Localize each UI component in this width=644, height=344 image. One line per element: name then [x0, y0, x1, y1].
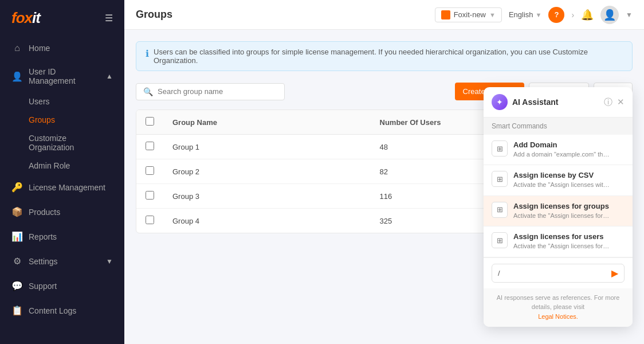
sidebar-item-settings[interactable]: ⚙ Settings ▼ [0, 249, 124, 273]
command-title: Add Domain [513, 140, 625, 149]
row-checkbox-cell [136, 159, 163, 184]
support-icon: 💬 [11, 280, 23, 291]
chevron-down-icon: ▼ [106, 257, 113, 265]
sidebar-item-content-logs[interactable]: 📋 Content Logs [0, 298, 124, 323]
foxit-new-button[interactable]: Foxit-new ▼ [435, 7, 502, 22]
command-item-assign-license-csv[interactable]: ⊞ Assign license by CSV Activate the "As… [484, 165, 633, 196]
row-group-name: Group 4 [163, 209, 371, 233]
ai-input-row: ▶ [492, 264, 625, 283]
license-icon: 🔑 [11, 182, 23, 193]
sidebar-nav: ⌂ Home 👤 User ID Management ▲ Users Grou… [0, 36, 124, 344]
sidebar-item-groups[interactable]: Groups [29, 111, 124, 129]
hamburger-icon[interactable]: ☰ [105, 13, 113, 24]
row-checkbox-3[interactable] [146, 216, 154, 224]
command-icon: ⊞ [497, 205, 503, 214]
row-checkbox-0[interactable] [146, 142, 154, 150]
sidebar-item-user-id-management[interactable]: 👤 User ID Management ▲ [0, 60, 124, 92]
sidebar-item-support[interactable]: 💬 Support [0, 273, 124, 298]
sidebar-item-products[interactable]: 📦 Products [0, 200, 124, 224]
main: Groups Foxit-new ▼ English ▼ ? › 🔔 👤 ▼ ℹ… [124, 0, 644, 344]
avatar-chevron-down-icon[interactable]: ▼ [626, 11, 633, 19]
sidebar-item-reports[interactable]: 📊 Reports [0, 224, 124, 249]
ai-send-icon[interactable]: ▶ [611, 268, 618, 279]
avatar[interactable]: 👤 [600, 6, 619, 24]
table-header-checkbox [136, 110, 163, 135]
command-icon-wrap: ⊞ [492, 202, 508, 218]
command-icon: ⊞ [497, 236, 503, 245]
ai-footer: AI responses serve as references. For mo… [484, 288, 633, 327]
select-all-checkbox[interactable] [146, 117, 154, 126]
row-checkbox-2[interactable] [146, 191, 154, 200]
command-desc: Activate the "Assign licenses for groups… [513, 212, 611, 220]
legal-notices-link[interactable]: Legal Notices. [538, 313, 578, 320]
ai-chat-input[interactable] [498, 269, 607, 277]
command-item-assign-licenses-groups[interactable]: ⊞ Assign licenses for groups Activate th… [484, 196, 633, 226]
command-desc: Activate the "Assign licenses for users"… [513, 242, 611, 251]
content-area: ℹ Users can be classified into groups fo… [124, 30, 644, 344]
content-logs-icon: 📋 [11, 305, 23, 316]
ai-avatar-icon: ✦ [492, 94, 508, 110]
info-icon: ℹ [146, 48, 149, 59]
chevron-up-icon: ▲ [106, 72, 113, 80]
sidebar-item-admin-role[interactable]: Admin Role [29, 157, 124, 175]
sidebar-logo: foxit ☰ [0, 0, 124, 36]
command-desc: Activate the "Assign licenses with CSV f… [513, 181, 611, 189]
search-icon: 🔍 [143, 87, 153, 96]
ai-info-icon[interactable]: ⓘ [604, 97, 612, 108]
sidebar-item-label: Support [29, 282, 113, 291]
ai-title: AI Assistant [512, 97, 599, 107]
command-desc: Add a domain "example.com" that can be v… [513, 150, 611, 159]
home-icon: ⌂ [11, 43, 23, 53]
chevron-down-icon: ▼ [489, 11, 496, 18]
row-group-name: Group 2 [163, 159, 371, 184]
row-checkbox-1[interactable] [146, 166, 154, 175]
command-icon: ⊞ [497, 175, 503, 183]
language-selector[interactable]: English ▼ [509, 10, 542, 19]
command-title: Assign licenses for groups [513, 202, 625, 210]
command-icon-wrap: ⊞ [492, 232, 508, 248]
reports-icon: 📊 [11, 231, 23, 242]
command-item-assign-licenses-users[interactable]: ⊞ Assign licenses for users Activate the… [484, 226, 633, 257]
search-input[interactable] [158, 87, 277, 96]
sidebar-item-users[interactable]: Users [29, 92, 124, 111]
info-banner-text: Users can be classified into groups for … [154, 48, 623, 65]
chevron-right-icon[interactable]: › [571, 10, 574, 19]
sidebar-item-label: Home [29, 44, 113, 53]
search-box[interactable]: 🔍 [136, 83, 285, 100]
sidebar-item-customize-org[interactable]: Customize Organization [29, 129, 124, 157]
ai-close-icon[interactable]: ✕ [617, 97, 625, 107]
foxit-new-label: Foxit-new [454, 10, 486, 19]
logo: foxit [11, 9, 40, 27]
ai-body: Smart Commands ⊞ Add Domain Add a domain… [484, 118, 633, 257]
sidebar-item-home[interactable]: ⌂ Home [0, 36, 124, 60]
ai-assistant-panel: ✦ AI Assistant ⓘ ✕ Smart Commands ⊞ Add … [484, 87, 633, 327]
row-group-name: Group 3 [163, 184, 371, 209]
row-checkbox-cell [136, 184, 163, 209]
row-group-name: Group 1 [163, 135, 371, 159]
command-icon: ⊞ [497, 144, 503, 153]
ai-footer-message: AI responses serve as references. For mo… [497, 294, 620, 311]
sidebar-sub-user-management: Users Groups Customize Organization Admi… [0, 92, 124, 175]
command-item-add-domain[interactable]: ⊞ Add Domain Add a domain "example.com" … [484, 135, 633, 165]
ai-header-icons: ⓘ ✕ [604, 97, 625, 108]
sidebar-item-label: User ID Management [29, 67, 100, 85]
user-avatar-icon: 👤 [603, 9, 616, 21]
sidebar-item-license-management[interactable]: 🔑 License Management [0, 175, 124, 200]
user-icon: 👤 [11, 71, 23, 82]
ai-footer-text: AI responses serve as references. For mo… [492, 293, 625, 322]
command-icon-wrap: ⊞ [492, 171, 508, 187]
command-icon-wrap: ⊞ [492, 140, 508, 157]
help-button[interactable]: ? [548, 7, 564, 23]
command-title: Assign license by CSV [513, 171, 625, 179]
notification-bell-icon[interactable]: 🔔 [581, 9, 594, 21]
ai-header: ✦ AI Assistant ⓘ ✕ [484, 87, 633, 118]
sidebar-item-label: Content Logs [29, 306, 113, 315]
page-title: Groups [136, 9, 428, 21]
sidebar: foxit ☰ ⌂ Home 👤 User ID Management ▲ Us… [0, 0, 124, 344]
chevron-down-icon: ▼ [536, 11, 542, 18]
table-header-group-name: Group Name [163, 110, 371, 135]
foxit-brand-icon [441, 10, 450, 19]
products-icon: 📦 [11, 206, 23, 217]
commands-list: ⊞ Add Domain Add a domain "example.com" … [484, 135, 633, 257]
command-text: Assign licenses for groups Activate the … [513, 202, 625, 220]
